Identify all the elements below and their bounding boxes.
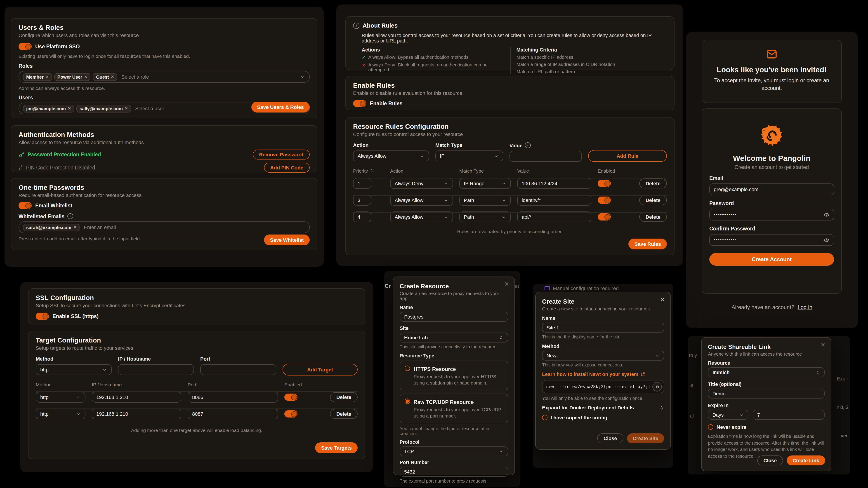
radio-icon[interactable] bbox=[405, 365, 410, 371]
email-field[interactable] bbox=[709, 184, 834, 195]
priority-input[interactable] bbox=[353, 195, 371, 205]
resource-name-input[interactable] bbox=[400, 312, 508, 322]
remove-chip-icon[interactable]: ✕ bbox=[68, 106, 71, 111]
role-chip[interactable]: Power User✕ bbox=[54, 73, 91, 80]
port-input[interactable] bbox=[200, 364, 276, 375]
match-type-select[interactable]: IP bbox=[435, 151, 503, 161]
site-method-select[interactable]: Newt bbox=[542, 351, 664, 361]
share-title-input[interactable] bbox=[708, 389, 825, 398]
add-rule-button[interactable]: Add Rule bbox=[588, 150, 667, 162]
role-chip[interactable]: Member✕ bbox=[23, 73, 52, 80]
eye-icon[interactable] bbox=[824, 212, 830, 218]
enable-rules-toggle[interactable] bbox=[353, 100, 366, 107]
target-ip-input[interactable] bbox=[92, 409, 181, 419]
save-whitelist-button[interactable]: Save Whitelist bbox=[264, 234, 310, 246]
save-targets-button[interactable]: Save Targets bbox=[315, 442, 358, 453]
ip-hostname-input[interactable] bbox=[118, 364, 194, 375]
target-enabled-toggle[interactable] bbox=[284, 410, 298, 418]
email-whitelist-toggle[interactable] bbox=[19, 202, 32, 209]
col-priority[interactable]: Priority bbox=[353, 168, 368, 173]
password-field[interactable]: •••••••••••• bbox=[709, 209, 834, 221]
close-icon[interactable] bbox=[504, 282, 509, 287]
close-icon[interactable] bbox=[660, 297, 665, 302]
info-icon[interactable]: i bbox=[525, 142, 531, 148]
sort-icon[interactable] bbox=[370, 168, 374, 173]
chevron-up-down-icon[interactable] bbox=[659, 405, 664, 410]
remove-chip-icon[interactable]: ✕ bbox=[111, 74, 114, 79]
rule-enabled-toggle[interactable] bbox=[598, 197, 611, 204]
user-chip[interactable]: sally@example.com✕ bbox=[76, 105, 131, 112]
never-expire-radio[interactable] bbox=[708, 424, 713, 430]
value-input[interactable] bbox=[509, 151, 582, 162]
expire-value-input[interactable] bbox=[753, 410, 825, 420]
whitelist-multiselect[interactable]: sarah@example.com✕ Enter an email bbox=[19, 221, 310, 233]
rule-value-input[interactable] bbox=[517, 212, 591, 222]
rule-match-select[interactable]: Path bbox=[459, 195, 511, 205]
delete-rule-button[interactable]: Delete bbox=[639, 195, 667, 205]
rule-action-select[interactable]: Always Deny bbox=[390, 178, 453, 189]
close-button[interactable]: Close bbox=[757, 455, 783, 465]
target-method-select[interactable]: http bbox=[36, 409, 86, 419]
target-port-input[interactable] bbox=[188, 392, 278, 402]
rule-value-input[interactable] bbox=[517, 178, 591, 189]
expand-docker-details[interactable]: Expand for Docker Deployment Details bbox=[542, 405, 634, 410]
confirm-password-field[interactable]: •••••••••••• bbox=[709, 234, 834, 246]
priority-input[interactable] bbox=[353, 212, 371, 222]
close-icon[interactable] bbox=[820, 342, 826, 347]
remove-chip-icon[interactable]: ✕ bbox=[84, 74, 88, 79]
email-chip[interactable]: sarah@example.com✕ bbox=[23, 223, 80, 231]
add-pin-button[interactable]: Add PIN Code bbox=[264, 163, 310, 173]
add-target-button[interactable]: Add Target bbox=[283, 364, 358, 376]
port-label: Port bbox=[200, 356, 276, 361]
priority-input[interactable] bbox=[353, 178, 371, 189]
user-chip[interactable]: jim@example.com✕ bbox=[23, 105, 74, 112]
role-chip[interactable]: Guest✕ bbox=[93, 73, 117, 80]
radio-checked-icon[interactable] bbox=[405, 398, 410, 404]
expire-unit-select[interactable]: Days bbox=[708, 410, 748, 420]
rule-value-input[interactable] bbox=[517, 195, 591, 205]
remove-chip-icon[interactable]: ✕ bbox=[73, 225, 76, 230]
target-enabled-toggle[interactable] bbox=[284, 394, 298, 401]
port-number-input[interactable] bbox=[400, 466, 508, 477]
delete-target-button[interactable]: Delete bbox=[330, 392, 358, 402]
site-select[interactable]: Home Lab bbox=[400, 332, 508, 343]
rule-enabled-toggle[interactable] bbox=[598, 180, 611, 187]
delete-target-button[interactable]: Delete bbox=[330, 409, 358, 419]
create-site-button[interactable]: Create Site bbox=[627, 433, 664, 443]
rule-enabled-toggle[interactable] bbox=[598, 213, 611, 221]
check-icon: ✓ bbox=[362, 55, 366, 60]
rule-match-select[interactable]: IP Range bbox=[459, 178, 511, 189]
log-in-link[interactable]: Log in bbox=[798, 304, 812, 311]
save-users-roles-button[interactable]: Save Users & Roles bbox=[251, 102, 310, 112]
remove-chip-icon[interactable]: ✕ bbox=[125, 106, 128, 111]
target-method-select[interactable]: http bbox=[36, 392, 86, 402]
close-button[interactable]: Close bbox=[597, 433, 623, 443]
copied-config-radio[interactable] bbox=[542, 415, 548, 420]
rule-action-select[interactable]: Always Allow bbox=[390, 212, 453, 222]
roles-multiselect[interactable]: Member✕ Power User✕ Guest✕ Select a role bbox=[19, 71, 310, 83]
learn-newt-link[interactable]: Learn how to install Newt on your system bbox=[542, 371, 638, 377]
raw-resource-option[interactable]: Raw TCP/UDP Resource Proxy requests to y… bbox=[400, 394, 508, 423]
save-rules-button[interactable]: Save Rules bbox=[629, 238, 667, 250]
rule-match-select[interactable]: Path bbox=[459, 212, 511, 222]
delete-rule-button[interactable]: Delete bbox=[639, 212, 667, 222]
target-port-input[interactable] bbox=[188, 409, 278, 419]
https-resource-option[interactable]: HTTPS Resource Proxy requests to your ap… bbox=[400, 361, 508, 390]
create-account-button[interactable]: Create Account bbox=[709, 253, 834, 266]
share-resource-select[interactable]: Immich bbox=[708, 367, 825, 377]
remove-password-button[interactable]: Remove Password bbox=[253, 150, 310, 160]
create-link-button[interactable]: Create Link bbox=[786, 455, 825, 465]
rule-action-select[interactable]: Always Allow bbox=[390, 195, 453, 205]
remove-chip-icon[interactable]: ✕ bbox=[45, 74, 49, 79]
eye-icon[interactable] bbox=[824, 237, 830, 243]
method-select[interactable]: http bbox=[36, 364, 112, 375]
delete-rule-button[interactable]: Delete bbox=[639, 178, 667, 188]
info-icon[interactable]: i bbox=[67, 213, 73, 219]
target-ip-input[interactable] bbox=[92, 392, 181, 402]
enable-ssl-toggle[interactable] bbox=[36, 313, 49, 320]
copy-icon[interactable] bbox=[652, 382, 662, 391]
sso-toggle[interactable] bbox=[19, 43, 32, 50]
action-select[interactable]: Always Allow bbox=[353, 151, 429, 161]
protocol-select[interactable]: TCP bbox=[400, 446, 508, 456]
site-name-input[interactable] bbox=[542, 323, 664, 332]
